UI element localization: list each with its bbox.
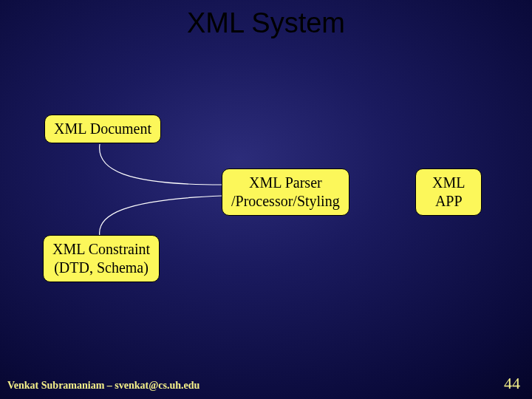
footer-credit: Venkat Subramaniam – svenkat@cs.uh.edu (7, 380, 200, 392)
node-xml-parser: XML Parser /Processor/Styling (222, 168, 349, 216)
node-xml-constraint: XML Constraint (DTD, Schema) (43, 235, 160, 282)
node-xml-document: XML Document (44, 115, 161, 143)
slide-title: XML System (0, 7, 532, 39)
node-xml-app: XML APP (415, 168, 482, 216)
page-number: 44 (504, 374, 520, 393)
